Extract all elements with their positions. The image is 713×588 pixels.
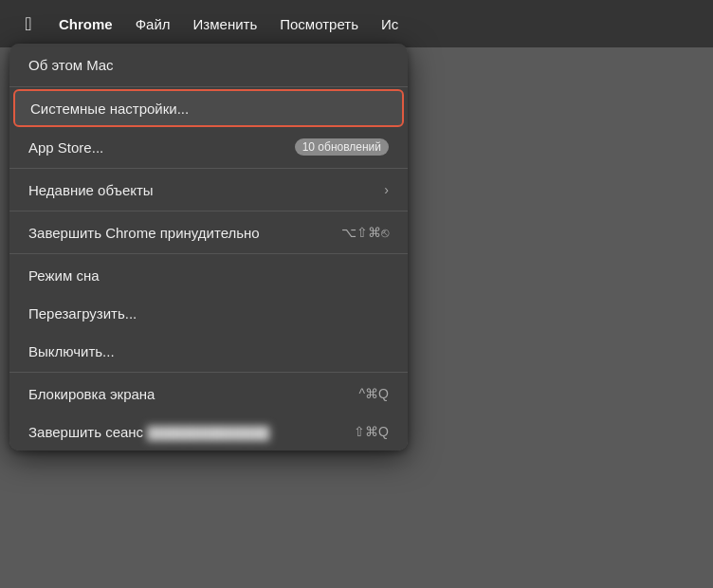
menu-divider-2 [9, 168, 408, 169]
menu-item-system-prefs[interactable]: Системные настройки... [13, 89, 404, 127]
menu-item-lock-screen[interactable]: Блокировка экрана ^⌘Q [9, 375, 408, 413]
menu-divider-4 [9, 253, 408, 254]
menu-bar-view[interactable]: Посмотреть [270, 12, 368, 36]
menu-item-about-mac[interactable]: Об этом Mac [9, 44, 408, 84]
menu-item-restart[interactable]: Перезагрузить... [9, 294, 408, 332]
logout-username: ██████████████ [147, 426, 269, 440]
menu-item-force-quit[interactable]: Завершить Chrome принудительно ⌥⇧⌘⎋ [9, 213, 408, 251]
apple-dropdown-menu: Об этом Mac Системные настройки... App S… [9, 44, 408, 450]
menu-divider-3 [9, 211, 408, 211]
menu-divider-1 [9, 86, 408, 87]
menu-bar:  Chrome Файл Изменить Посмотреть Ис [0, 0, 713, 47]
menu-bar-more[interactable]: Ис [372, 12, 408, 36]
menu-item-recent-items[interactable]: Недавние объекты › [9, 171, 408, 209]
menu-bar-file[interactable]: Файл [126, 12, 180, 36]
chevron-right-icon: › [384, 182, 389, 197]
logout-shortcut: ⇧⌘Q [354, 424, 389, 439]
menu-bar-edit[interactable]: Изменить [184, 12, 267, 36]
menu-item-shutdown[interactable]: Выключить... [9, 332, 408, 370]
force-quit-shortcut: ⌥⇧⌘⎋ [341, 225, 389, 240]
menu-item-sleep[interactable]: Режим сна [9, 256, 408, 294]
menu-divider-5 [9, 372, 408, 373]
menu-item-logout[interactable]: Завершить сеанс ██████████████ ⇧⌘Q [9, 413, 408, 450]
lock-screen-shortcut: ^⌘Q [359, 386, 389, 401]
apple-icon:  [25, 13, 31, 35]
app-store-badge: 10 обновлений [295, 138, 389, 156]
menu-bar-chrome[interactable]: Chrome [49, 12, 122, 36]
apple-menu-button[interactable]:  [11, 7, 46, 41]
menu-item-app-store[interactable]: App Store... 10 обновлений [9, 128, 408, 166]
